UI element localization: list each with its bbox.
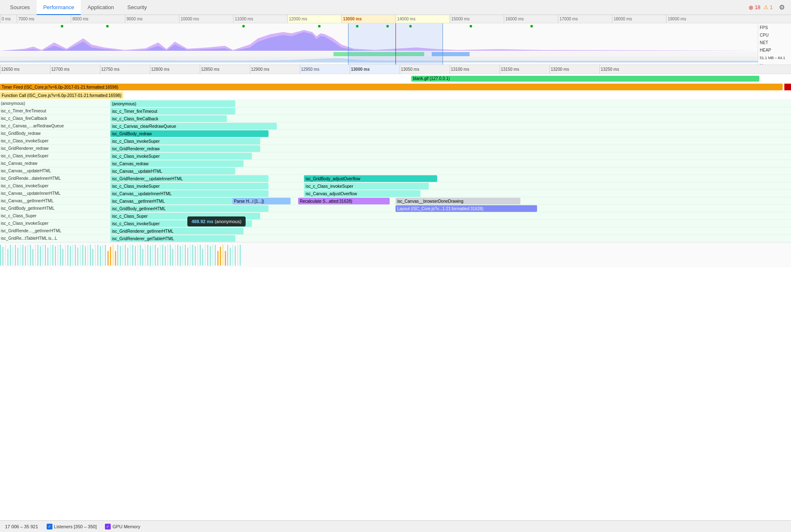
svg-rect-22 <box>55 246 56 266</box>
svg-rect-91 <box>227 245 228 266</box>
is3-bar[interactable]: isc_c_Class_invokeSuper <box>110 183 269 189</box>
tab-sources[interactable]: Sources <box>3 0 37 15</box>
gbgi-bar[interactable]: isc_GridBody_getInnerHTML <box>110 205 269 212</box>
is1-bar[interactable]: isc_c_Class_invokeSuper <box>110 138 260 144</box>
svg-rect-96 <box>240 245 241 266</box>
svg-rect-34 <box>85 246 86 266</box>
svg-rect-46 <box>115 251 116 266</box>
network-segment-gif[interactable]: blank.gif (127.0.0.1) <box>411 76 759 82</box>
timer-bar[interactable]: isc_c_Timer_fireTimeout <box>110 108 235 114</box>
is3-col1: isc_c_Class_invokeSuper <box>0 182 49 190</box>
svg-rect-43 <box>107 251 109 266</box>
cr-bar[interactable]: isc_Canvas_redraw <box>110 160 244 167</box>
timer-fired-marker <box>784 84 791 90</box>
cpu-label: CPU <box>760 32 789 39</box>
svg-rect-26 <box>65 245 66 266</box>
svg-rect-37 <box>92 249 93 266</box>
tab-security[interactable]: Security <box>121 0 154 15</box>
svg-rect-48 <box>120 246 121 266</box>
cuh-col2: isc_Canvas__updateHTML <box>112 169 162 174</box>
listeners-checkbox[interactable]: ✓ <box>47 524 52 530</box>
svg-rect-12 <box>30 245 31 266</box>
svg-rect-36 <box>90 245 91 266</box>
timeline-overview[interactable]: 0 ms 7000 ms 8000 ms 9000 ms 10000 ms 11… <box>0 15 791 65</box>
svg-rect-61 <box>152 245 153 266</box>
svg-rect-14 <box>35 245 36 266</box>
ci-bar[interactable]: isc_Canvas__updateInnerHTML <box>110 190 269 197</box>
canvas-rq-bar[interactable]: isc_c_Canvas_clearRedrawQueue <box>110 123 277 129</box>
detail-tick-4: 12850 ms <box>200 65 250 74</box>
svg-rect-32 <box>80 245 81 266</box>
svg-rect-94 <box>235 246 236 266</box>
svg-rect-81 <box>202 249 203 266</box>
is5-bar[interactable]: isc_c_Class_invokeSuper <box>110 220 252 227</box>
svg-rect-83 <box>207 245 208 266</box>
svg-rect-85 <box>212 245 213 266</box>
timer-fired-row[interactable]: Timer Fired (ISC_Core.js?v=6.0p-2017-01-… <box>0 83 791 92</box>
tab-application[interactable]: Application <box>81 0 121 15</box>
mini-chart[interactable]: FPS CPU NET HEAP 51.1 MB – 64.1 M <box>0 23 791 65</box>
svg-rect-1 <box>2 247 3 266</box>
browser-done-bar[interactable]: isc_Canvas__browserDoneDrawing <box>396 198 520 204</box>
layout-bar[interactable]: Layout (ISC_Core.js?v...1-21:formatted:3… <box>396 205 537 212</box>
is3-col3-bar[interactable]: isc_c_Class_invokeSuper <box>304 183 429 189</box>
svg-rect-42 <box>105 245 106 266</box>
svg-rect-95 <box>237 245 238 266</box>
svg-rect-62 <box>155 245 156 266</box>
ruler-tick-9: 15000 ms <box>450 15 504 23</box>
svg-rect-47 <box>117 245 118 266</box>
anon-bar[interactable]: (anonymous) <box>110 100 235 107</box>
function-call-bar[interactable]: Function Call (ISC_Core.js?v=6.0p-2017-0… <box>0 92 123 99</box>
cs-bar[interactable]: isc_c_Class_Super <box>110 213 260 219</box>
warn-badge[interactable]: ⚠ 1 <box>764 4 773 10</box>
svg-rect-84 <box>210 246 211 266</box>
timer-fired-bar[interactable]: Timer Fired (ISC_Core.js?v=6.0p-2017-01-… <box>0 84 783 90</box>
svg-rect-69 <box>172 249 173 266</box>
svg-rect-41 <box>102 245 103 266</box>
svg-rect-53 <box>132 245 133 266</box>
function-call-row[interactable]: Function Call (ISC_Core.js?v=6.0p-2017-0… <box>0 92 791 100</box>
svg-rect-76 <box>190 245 191 266</box>
class-super-row: isc_c_Class_Super isc_c_Class_Super <box>0 212 791 220</box>
fire-col1: isc_c_Class_fireCallback <box>0 115 47 122</box>
grid-table-html-row: isc_GridRe...tTableHTML is...L isc_GridR… <box>0 235 791 242</box>
svg-rect-57 <box>142 249 143 266</box>
svg-rect-16 <box>40 246 41 266</box>
grg-bar[interactable]: isc_GridRenderer_getInnerHTML <box>110 228 244 234</box>
settings-button[interactable]: ⚙ <box>776 2 788 13</box>
gb-redraw-col2: isc_GridBody_redraw <box>112 132 152 136</box>
ci-col3-bar[interactable]: isc_Canvas_adjustOverflow <box>304 190 420 197</box>
layout-label: Layout (ISC_Core.js?v...1-21:formatted:3… <box>397 206 483 211</box>
gpu-checkbox[interactable]: ✓ <box>105 524 111 530</box>
grid-renderer-get-row: isc_GridRende…_getInnerHTML isc_GridRend… <box>0 227 791 235</box>
svg-rect-31 <box>77 248 78 266</box>
svg-rect-44 <box>110 247 111 266</box>
canvas-update-html-row: isc_Canvas__updateHTML isc_Canvas__updat… <box>0 167 791 175</box>
cuh-bar[interactable]: isc_Canvas__updateHTML <box>110 168 235 174</box>
is2-bar[interactable]: isc_c_Class_invokeSuper <box>110 153 252 159</box>
gb-redraw-bar[interactable]: isc_GridBody_redraw <box>110 130 269 137</box>
fire-bar[interactable]: isc_c_Class_fireCallback <box>110 115 227 122</box>
gu-col3-bar[interactable]: isc_GridBody_adjustOverflow <box>304 175 437 182</box>
svg-rect-72 <box>180 246 181 266</box>
grr-col1: isc_GridRenderer_redraw <box>0 145 49 152</box>
error-badge[interactable]: ⊗ 18 <box>749 4 760 11</box>
detail-tick-0: 12650 ms <box>0 65 50 74</box>
grr-bar[interactable]: isc_GridRenderer_redraw <box>110 145 260 152</box>
recalc-bar[interactable]: Recalculate S...atted:31628) <box>298 198 390 204</box>
detail-tick-6: 12950 ms <box>300 65 350 74</box>
gth-bar[interactable]: isc_GridRenderer_getTableHTML <box>110 235 235 242</box>
flame-area[interactable]: Timer Fired (ISC_Core.js?v=6.0p-2017-01-… <box>0 83 791 532</box>
parse-bar[interactable]: Parse H...l [1...]) <box>232 198 291 204</box>
gu-bar[interactable]: isc_GridRenderer__updateInnerHTML <box>110 175 269 182</box>
fire-col2: isc_c_Class_fireCallback <box>112 117 158 121</box>
gpu-memory-item[interactable]: ✓ GPU Memory <box>105 524 140 530</box>
detail-tick-9: 13100 ms <box>450 65 500 74</box>
invoke-super1-row: isc_c_Class_invokeSuper isc_c_Class_invo… <box>0 137 791 145</box>
svg-rect-65 <box>162 245 163 266</box>
svg-rect-58 <box>145 245 146 266</box>
is2-col1: isc_c_Class_invokeSuper <box>0 152 49 160</box>
tab-performance[interactable]: Performance <box>37 0 81 15</box>
cs-col2: isc_c_Class_Super <box>112 214 148 219</box>
listeners-item[interactable]: ✓ Listeners [350 – 350] <box>47 524 97 530</box>
